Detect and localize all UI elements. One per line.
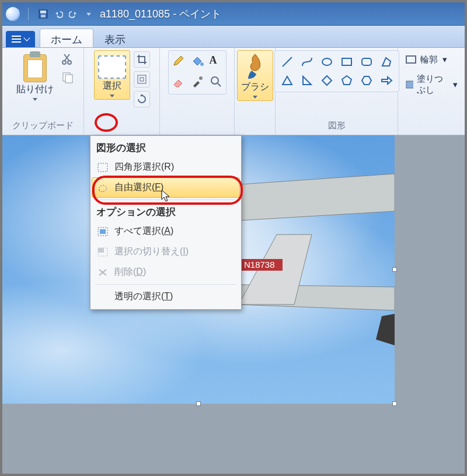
fill-label: 塗りつぶし xyxy=(417,74,448,96)
svg-rect-24 xyxy=(100,229,106,234)
fill-button[interactable]: 塗りつぶし ▾ xyxy=(403,72,460,97)
shape-line-icon[interactable] xyxy=(280,54,295,69)
group-clipboard: 貼り付け クリップボード xyxy=(2,48,84,135)
select-dropdown-arrow[interactable] xyxy=(109,93,115,99)
chevron-down-icon xyxy=(32,97,38,103)
magnifier-icon[interactable] xyxy=(210,75,222,90)
shape-hexagon-icon[interactable] xyxy=(359,73,374,88)
brush-icon xyxy=(243,53,267,80)
svg-rect-15 xyxy=(406,56,416,63)
menu-transparent-label: 透明の選択(T) xyxy=(114,290,173,303)
group-brushes: ブラシ xyxy=(235,48,276,135)
resize-handle-corner[interactable] xyxy=(392,401,397,406)
chevron-down-icon xyxy=(23,34,30,41)
group-outline-fill: 輪郭 ▾ 塗りつぶし ▾ xyxy=(398,48,465,135)
dropdown-separator xyxy=(95,284,236,285)
outline-icon xyxy=(405,54,417,65)
group-label-clipboard: クリップボード xyxy=(12,119,74,134)
quick-access-toolbar xyxy=(37,9,94,19)
ribbon: 貼り付け クリップボード 選択 xyxy=(2,48,465,135)
shape-right-triangle-icon[interactable] xyxy=(299,73,315,88)
svg-point-4 xyxy=(68,61,71,64)
file-menu-button[interactable] xyxy=(6,31,35,47)
text-tool-icon[interactable]: A xyxy=(210,54,217,69)
fill-icon xyxy=(405,79,413,90)
menu-select-all[interactable]: すべて選択(A) xyxy=(92,221,240,242)
menu-free-label: 自由選択(F) xyxy=(114,181,163,194)
title-bar: a1180_011085 - ペイント xyxy=(2,2,465,26)
group-label-brushes xyxy=(253,120,256,134)
svg-rect-2 xyxy=(41,15,46,18)
svg-point-3 xyxy=(62,61,66,64)
menu-select-all-label: すべて選択(A) xyxy=(114,225,173,237)
svg-rect-16 xyxy=(406,81,413,88)
crop-icon[interactable] xyxy=(134,51,150,68)
select-button[interactable]: 選択 xyxy=(94,50,130,100)
svg-rect-14 xyxy=(362,58,371,65)
outline-button[interactable]: 輪郭 ▾ xyxy=(403,52,449,66)
menu-bars-icon xyxy=(12,36,21,43)
plane-registration: N18738 xyxy=(244,260,275,270)
app-window: a1180_011085 - ペイント ホーム 表示 貼り付け xyxy=(0,0,467,476)
group-image: 選択 xyxy=(84,48,160,135)
shape-oval-icon[interactable] xyxy=(319,54,334,69)
color-picker-icon[interactable] xyxy=(191,75,204,90)
chevron-down-icon xyxy=(252,94,258,100)
shape-triangle-icon[interactable] xyxy=(280,73,295,88)
mouse-cursor-icon xyxy=(161,190,170,202)
pencil-icon[interactable] xyxy=(172,54,185,69)
svg-rect-22 xyxy=(98,163,107,172)
paste-button[interactable]: 貼り付け xyxy=(12,50,58,103)
shape-curve-icon[interactable] xyxy=(299,54,315,69)
tab-view[interactable]: 表示 xyxy=(93,29,137,47)
save-icon[interactable] xyxy=(38,9,48,19)
freeform-select-icon xyxy=(97,182,109,194)
ribbon-tab-bar: ホーム 表示 xyxy=(2,26,465,48)
redo-icon[interactable] xyxy=(68,9,79,19)
shapes-gallery[interactable] xyxy=(274,50,399,92)
shape-diamond-icon[interactable] xyxy=(319,73,334,88)
menu-delete-label: 削除(D) xyxy=(114,266,146,278)
dropdown-heading-shapes: 図形の選択 xyxy=(92,138,240,157)
menu-transparent-selection[interactable]: 透明の選択(T) xyxy=(92,286,240,307)
window-title: a1180_011085 - ペイント xyxy=(100,7,221,21)
qat-dropdown-icon[interactable] xyxy=(83,9,94,19)
svg-point-12 xyxy=(322,58,332,65)
shape-pentagon-icon[interactable] xyxy=(339,73,354,88)
delete-icon xyxy=(97,267,109,278)
menu-rectangular-selection[interactable]: 四角形選択(R) xyxy=(92,157,240,177)
eraser-icon[interactable] xyxy=(172,75,185,90)
brushes-label: ブラシ xyxy=(241,81,269,93)
svg-marker-21 xyxy=(376,314,395,345)
shape-polygon-icon[interactable] xyxy=(379,54,394,69)
group-shapes: 図形 xyxy=(276,48,398,135)
menu-invert-label: 選択の切り替え(I) xyxy=(114,246,189,258)
dropdown-heading-options: オプションの選択 xyxy=(92,202,240,221)
menu-invert-selection: 選択の切り替え(I) xyxy=(92,242,240,262)
fill-bucket-icon[interactable] xyxy=(191,54,204,69)
shape-rect-icon[interactable] xyxy=(339,54,354,69)
select-all-icon xyxy=(97,226,109,237)
rotate-icon[interactable] xyxy=(134,91,150,107)
undo-icon[interactable] xyxy=(53,9,64,19)
cut-icon[interactable] xyxy=(61,52,74,68)
clipboard-icon xyxy=(23,54,47,82)
resize-icon[interactable] xyxy=(134,71,150,88)
paste-label: 貼り付け xyxy=(16,83,54,96)
svg-point-9 xyxy=(200,62,204,66)
group-label-image xyxy=(120,120,123,134)
shape-roundrect-icon[interactable] xyxy=(359,54,374,69)
shape-arrow-right-icon[interactable] xyxy=(379,73,394,88)
resize-handle-bottom[interactable] xyxy=(196,401,201,406)
copy-icon[interactable] xyxy=(61,71,74,86)
svg-rect-8 xyxy=(140,78,144,81)
tab-home[interactable]: ホーム xyxy=(40,29,93,47)
select-label: 選択 xyxy=(103,80,121,92)
title-separator xyxy=(28,8,29,20)
group-label-tools xyxy=(196,120,198,134)
invert-selection-icon xyxy=(97,246,109,258)
svg-rect-7 xyxy=(138,75,146,83)
brushes-button[interactable]: ブラシ xyxy=(237,50,273,101)
resize-handle-right[interactable] xyxy=(392,267,397,272)
selection-marquee-icon xyxy=(98,55,126,79)
